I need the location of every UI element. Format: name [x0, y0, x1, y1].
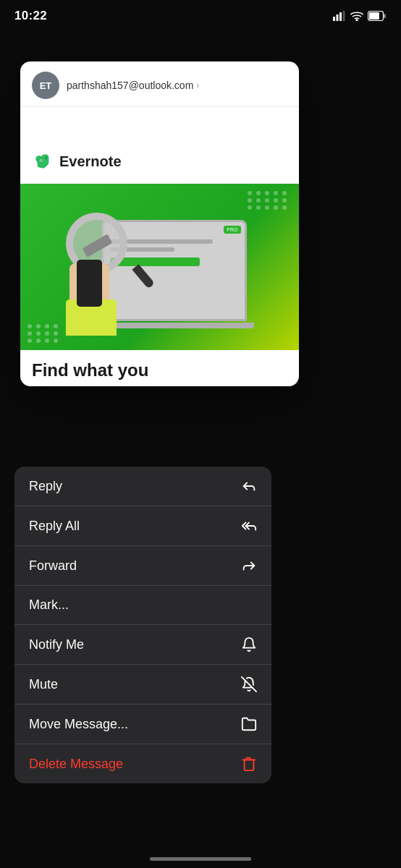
notify-me-label: Notify Me [29, 637, 84, 652]
home-indicator [150, 857, 251, 861]
reply-all-button[interactable]: Reply All [14, 506, 271, 546]
status-icons [333, 11, 387, 21]
forward-icon [241, 558, 257, 574]
mute-button[interactable]: Mute [14, 665, 271, 705]
forward-label: Forward [29, 558, 77, 574]
mute-label: Mute [29, 677, 58, 692]
svg-rect-1 [337, 14, 339, 21]
email-banner: PRO [20, 184, 299, 350]
status-time: 10:22 [14, 9, 47, 23]
notify-me-button[interactable]: Notify Me [14, 625, 271, 665]
svg-rect-0 [333, 17, 335, 21]
banner-illustration: PRO [59, 198, 261, 336]
status-bar: 10:22 [0, 0, 401, 29]
svg-line-10 [242, 677, 256, 692]
reply-icon [241, 478, 257, 494]
brand-name: Evernote [59, 153, 122, 170]
email-card: ET parthshah157@outlook.com › Evernote [20, 61, 299, 386]
reply-button[interactable]: Reply [14, 467, 271, 506]
delete-message-label: Delete Message [29, 757, 123, 772]
trash-icon [241, 756, 257, 772]
reply-all-label: Reply All [29, 519, 80, 534]
chevron-right-icon: › [196, 80, 199, 90]
folder-icon [241, 716, 257, 732]
svg-point-9 [41, 160, 42, 161]
move-message-label: Move Message... [29, 717, 128, 732]
svg-rect-7 [384, 14, 386, 18]
wifi-icon [350, 11, 363, 21]
move-message-button[interactable]: Move Message... [14, 705, 271, 744]
sender-email: parthshah157@outlook.com [67, 80, 193, 91]
forward-button[interactable]: Forward [14, 546, 271, 586]
bell-off-icon [241, 676, 257, 692]
svg-rect-2 [339, 12, 342, 21]
email-header: ET parthshah157@outlook.com › [20, 61, 299, 107]
reply-label: Reply [29, 479, 62, 494]
svg-rect-6 [369, 12, 379, 20]
delete-message-button[interactable]: Delete Message [14, 744, 271, 783]
evernote-icon [32, 150, 54, 172]
bell-icon [241, 637, 257, 652]
mark-label: Mark... [29, 597, 69, 613]
svg-point-4 [356, 20, 358, 21]
mark-button[interactable]: Mark... [14, 586, 271, 625]
email-body [20, 107, 299, 150]
battery-icon [368, 11, 387, 21]
email-headline: Find what you [20, 350, 299, 386]
evernote-logo-area: Evernote [20, 150, 299, 184]
hand-scene [62, 249, 135, 336]
svg-rect-3 [343, 11, 345, 21]
avatar: ET [32, 72, 59, 99]
decorative-dots-bottom [28, 324, 59, 343]
reply-all-icon [241, 518, 257, 534]
signal-icon [333, 11, 346, 21]
email-from: parthshah157@outlook.com › [67, 80, 199, 91]
context-menu: Reply Reply All Forward Mark... Notify M… [14, 467, 271, 783]
